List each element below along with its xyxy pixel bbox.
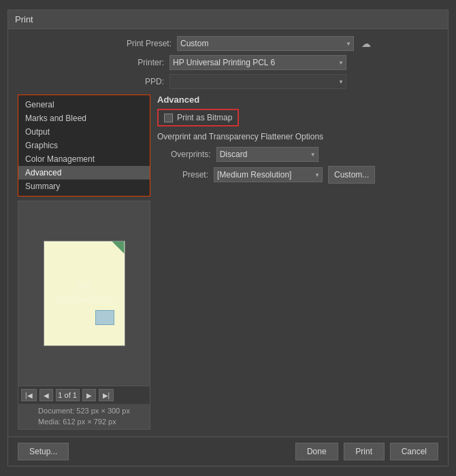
overprint-section: Overprint and Transparency Flattener Opt…: [157, 132, 438, 184]
printer-select-wrapper: HP Universal Printing PCL 6: [169, 55, 346, 70]
media-size-label: Media: 612 px × 792 px: [38, 417, 130, 427]
ppd-label: PPD:: [127, 77, 164, 86]
nav-list: General Marks and Bleed Output Graphics …: [18, 95, 150, 197]
preset-label: Preset:: [171, 170, 208, 180]
last-page-button[interactable]: ▶|: [99, 389, 114, 401]
advanced-section-title: Advanced: [157, 95, 438, 105]
preview-nav: |◀ ◀ ▶ ▶|: [18, 386, 150, 404]
setup-button[interactable]: Setup...: [18, 443, 69, 460]
printer-row: Printer: HP Universal Printing PCL 6: [127, 55, 438, 70]
ppd-select[interactable]: [169, 74, 346, 89]
print-bitmap-checkbox[interactable]: [164, 114, 173, 122]
printer-label: Printer:: [127, 58, 164, 67]
top-form: Print Preset: Custom ☁ Printer: HP Unive…: [18, 36, 438, 89]
sidebar-item-marks-bleed[interactable]: Marks and Bleed: [18, 112, 150, 125]
preset-select-wrapper: [Medium Resolution]: [214, 167, 323, 182]
doc-size-label: Document: 523 px × 300 px: [38, 406, 130, 416]
print-preset-label: Print Preset:: [127, 39, 172, 48]
custom-button[interactable]: Custom...: [328, 166, 375, 184]
sidebar-item-summary[interactable]: Summary: [18, 180, 150, 193]
cloud-save-icon[interactable]: ☁: [359, 37, 373, 50]
right-panel: Advanced Print as Bitmap Overprint and T…: [157, 95, 438, 430]
sidebar-item-graphics[interactable]: Graphics: [18, 139, 150, 152]
doc-info: Document: 523 px × 300 px Media: 612 px …: [35, 404, 133, 429]
preview-blue-rect: [95, 310, 114, 325]
left-panel: General Marks and Bleed Output Graphics …: [18, 95, 150, 430]
preset-select[interactable]: [Medium Resolution]: [214, 167, 323, 182]
ppd-row: PPD:: [127, 74, 438, 89]
overprints-row: Overprints: Discard: [157, 147, 438, 162]
footer-bar: Setup... Done Print Cancel: [8, 437, 448, 466]
done-button[interactable]: Done: [295, 443, 338, 460]
page-corner: [112, 241, 125, 254]
dialog-body: Print Preset: Custom ☁ Printer: HP Unive…: [8, 29, 448, 437]
ppd-select-wrapper: [169, 74, 346, 89]
page-input[interactable]: [56, 389, 80, 401]
print-bitmap-box: Print as Bitmap: [157, 109, 239, 126]
sidebar-item-color-management[interactable]: Color Management: [18, 152, 150, 166]
first-page-button[interactable]: |◀: [21, 389, 37, 401]
print-button[interactable]: Print: [344, 443, 385, 460]
print-bitmap-label: Print as Bitmap: [177, 113, 232, 122]
main-content: General Marks and Bleed Output Graphics …: [18, 95, 438, 430]
watermark: The WindowsClub: [55, 280, 113, 307]
preview-image-container: The WindowsClub: [18, 201, 150, 386]
cancel-button[interactable]: Cancel: [390, 443, 438, 460]
footer-left: Setup...: [18, 443, 69, 460]
printer-select[interactable]: HP Universal Printing PCL 6: [169, 55, 346, 70]
overprints-label: Overprints:: [171, 150, 211, 159]
overprints-select[interactable]: Discard: [216, 147, 319, 162]
sidebar-item-general[interactable]: General: [18, 98, 150, 112]
footer-right: Done Print Cancel: [295, 443, 438, 460]
overprints-select-wrapper: Discard: [216, 147, 319, 162]
print-preset-select[interactable]: Custom: [177, 36, 354, 51]
next-page-button[interactable]: ▶: [82, 389, 96, 401]
preview-area: The WindowsClub |◀ ◀ ▶ ▶| Document: 523: [18, 201, 150, 430]
sidebar-item-advanced[interactable]: Advanced: [18, 166, 150, 180]
print-preset-row: Print Preset: Custom ☁: [127, 36, 438, 51]
advanced-section: Advanced Print as Bitmap Overprint and T…: [157, 95, 438, 188]
prev-page-button[interactable]: ◀: [39, 389, 53, 401]
print-preset-select-wrapper: Custom: [177, 36, 354, 51]
dialog-title: Print: [8, 10, 448, 29]
preset-row: Preset: [Medium Resolution] Custom...: [157, 166, 438, 184]
overprint-section-title: Overprint and Transparency Flattener Opt…: [157, 132, 438, 141]
preview-page: The WindowsClub: [44, 241, 125, 346]
print-dialog: Print Print Preset: Custom ☁ Printer: HP…: [7, 10, 449, 466]
sidebar-item-output[interactable]: Output: [18, 125, 150, 139]
